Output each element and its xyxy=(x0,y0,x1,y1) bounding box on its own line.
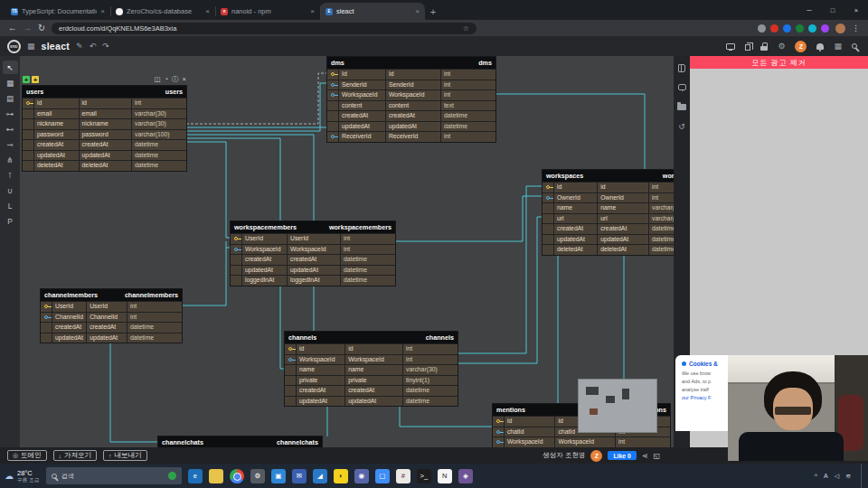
table-column-row[interactable]: deletedAtdeletedAtdatetime xyxy=(23,161,186,171)
table-column-row[interactable]: nicknamenicknamevarchar(30) xyxy=(23,119,186,129)
tab-close-icon[interactable]: × xyxy=(205,7,210,15)
slack-icon[interactable]: # xyxy=(396,469,410,483)
table-column-row[interactable]: namenamevarchar(30) xyxy=(285,365,458,375)
back-icon[interactable]: ← xyxy=(8,23,17,33)
settings-icon[interactable]: ⚙ xyxy=(250,469,265,483)
table-column-row[interactable]: urlurlvarchar(30) xyxy=(542,214,674,224)
table-column-row[interactable]: WorkspaceIdWorkspaceIdint xyxy=(231,245,395,255)
table-column-row[interactable]: updatedAtupdatedAtdatetime xyxy=(41,333,182,343)
redo-icon[interactable]: ↷ xyxy=(102,42,109,51)
github-desktop-icon[interactable]: ◈ xyxy=(458,469,473,483)
presentation-icon[interactable] xyxy=(726,43,735,50)
extension-icon[interactable] xyxy=(821,24,829,33)
table-column-row[interactable]: passwordpasswordvarchar(100) xyxy=(23,130,186,140)
table-column-row[interactable]: deletedAtdeletedAtdatetime xyxy=(542,245,674,255)
add-key-column-button[interactable]: + xyxy=(32,76,39,83)
show-desktop-button[interactable] xyxy=(861,464,863,488)
fullscreen-icon[interactable]: ◱ xyxy=(653,452,660,460)
table-list-icon[interactable] xyxy=(678,64,685,72)
import-button[interactable]: ↓가져오기 xyxy=(53,450,98,461)
table-column-row[interactable]: ReceiverIdReceiverIdint xyxy=(327,132,495,142)
table-title[interactable]: channelschannels xyxy=(285,332,458,343)
files-icon[interactable] xyxy=(677,104,686,110)
lock-icon[interactable] xyxy=(760,46,768,51)
network-icon[interactable]: ≋ xyxy=(845,473,851,480)
explorer-icon[interactable] xyxy=(209,469,223,483)
logical-view-tool[interactable]: L xyxy=(3,199,18,212)
table-column-row[interactable]: OwnerIdOwnerIdint xyxy=(542,193,674,203)
erd-table-channelmembers[interactable]: channelmemberschannelmembersUserIdUserId… xyxy=(41,289,182,343)
volume-icon[interactable]: ◁ xyxy=(835,473,839,480)
tab-close-icon[interactable]: × xyxy=(415,7,420,15)
extension-icon[interactable] xyxy=(758,24,766,33)
browser-tab[interactable]: Esleact× xyxy=(320,3,425,20)
browser-tab[interactable]: ZeroCho/cs-database× xyxy=(110,3,215,20)
erd-table-channelchats[interactable]: channelchatschannelchats xyxy=(158,436,322,447)
cursor-tool[interactable]: ↖ xyxy=(3,61,18,74)
magnet-tool[interactable]: ∪ xyxy=(3,183,18,197)
extension-icon[interactable] xyxy=(770,24,778,33)
rel-many-to-one-tool[interactable]: ⊸ xyxy=(3,137,18,151)
table-title[interactable]: channelchatschannelchats xyxy=(158,436,322,447)
rel-one-to-one-tool[interactable]: ⊶ xyxy=(3,107,18,120)
discord-icon[interactable]: ◉ xyxy=(354,469,369,483)
extension-icon[interactable] xyxy=(808,24,816,33)
undo-icon[interactable]: ↶ xyxy=(90,42,97,51)
erd-table-workspaces[interactable]: workspacesworkspacesididintOwnerIdOwnerI… xyxy=(542,170,674,255)
table-column-row[interactable]: ididint xyxy=(285,344,458,354)
kakaotalk-icon[interactable]: ◗ xyxy=(334,469,348,483)
export-button[interactable]: ↑내보내기 xyxy=(103,450,147,461)
erd-canvas[interactable]: + + ◫◔ⓘ× usersusersididintemailemailvarc… xyxy=(20,56,674,447)
edge-icon[interactable]: e xyxy=(188,469,203,483)
ime-icon[interactable]: A xyxy=(824,473,828,479)
zoom-icon[interactable]: ▢ xyxy=(375,469,390,483)
user-avatar[interactable]: Z xyxy=(795,41,807,52)
vscode-icon[interactable]: ◢ xyxy=(313,469,327,483)
table-title[interactable]: usersusers xyxy=(23,86,186,98)
store-icon[interactable]: ▣ xyxy=(271,469,286,483)
comments-icon[interactable] xyxy=(678,84,686,90)
table-column-row[interactable]: ididint xyxy=(542,183,674,192)
erd-table-users[interactable]: usersusersididintemailemailvarchar(30)ni… xyxy=(23,86,186,171)
table-column-row[interactable]: createdAtcreatedAtdatetime xyxy=(542,224,674,234)
settings-gear-icon[interactable]: ⚙ xyxy=(778,42,785,51)
table-column-row[interactable]: updatedAtupdatedAtdatetime xyxy=(23,151,186,161)
table-title[interactable]: workspacemembersworkspacemembers xyxy=(231,221,395,233)
taskbar-search[interactable]: 검색 xyxy=(46,467,182,484)
share-icon[interactable]: ⋖ xyxy=(642,452,648,460)
add-table-tool[interactable]: ▦ xyxy=(3,76,18,89)
maximize-button[interactable]: □ xyxy=(821,0,844,20)
tray-expand-icon[interactable]: ^ xyxy=(815,473,817,479)
table-title[interactable]: dmsdms xyxy=(327,57,495,69)
table-title[interactable]: channelmemberschannelmembers xyxy=(41,289,182,301)
domain-button[interactable]: ◎도메인 xyxy=(7,450,47,461)
table-column-row[interactable]: WorkspaceIdWorkspaceIdint xyxy=(285,355,458,365)
physical-view-tool[interactable]: P xyxy=(3,214,18,228)
history-icon[interactable]: ↺ xyxy=(678,122,685,131)
table-column-row[interactable]: IdIdint xyxy=(327,70,495,80)
table-column-row[interactable]: updatedAtupdatedAtdatetime xyxy=(327,122,495,132)
rel-self-tool[interactable]: ⊺ xyxy=(3,168,18,182)
search-icon[interactable] xyxy=(852,43,857,49)
profile-avatar[interactable] xyxy=(835,23,845,33)
weather-widget[interactable]: ☁ 28°C 구름 조금 xyxy=(5,469,40,483)
table-column-row[interactable]: createdAtcreatedAtdatetime xyxy=(23,140,186,150)
table-column-row[interactable]: ChannelIdChannelIdint xyxy=(41,313,182,323)
add-memo-tool[interactable]: ▤ xyxy=(3,91,18,105)
table-column-row[interactable]: namenamevarchar(30) xyxy=(542,203,674,213)
close-button[interactable]: × xyxy=(844,0,868,20)
terminal-icon[interactable]: >_ xyxy=(417,469,431,483)
bookmark-star-icon[interactable]: ☆ xyxy=(463,24,469,33)
tab-close-icon[interactable]: × xyxy=(310,7,315,15)
table-column-row[interactable]: createdAtcreatedAtdatetime xyxy=(231,255,395,265)
minimize-button[interactable]: ─ xyxy=(797,0,821,20)
forward-icon[interactable]: → xyxy=(24,23,33,33)
table-column-row[interactable]: SenderIdSenderIdint xyxy=(327,80,495,90)
table-column-row[interactable]: UserIdUserIdint xyxy=(41,302,182,312)
erd-table-workspacemembers[interactable]: workspacemembersworkspacemembersUserIdUs… xyxy=(231,221,395,286)
table-column-row[interactable]: WorkspaceIdWorkspaceIdint xyxy=(493,437,670,447)
extension-icon[interactable] xyxy=(783,24,791,33)
color-icon[interactable]: ◔ xyxy=(165,76,169,83)
edit-title-icon[interactable]: ✎ xyxy=(76,42,83,51)
browser-tab[interactable]: nnanoid - npm× xyxy=(215,3,320,20)
